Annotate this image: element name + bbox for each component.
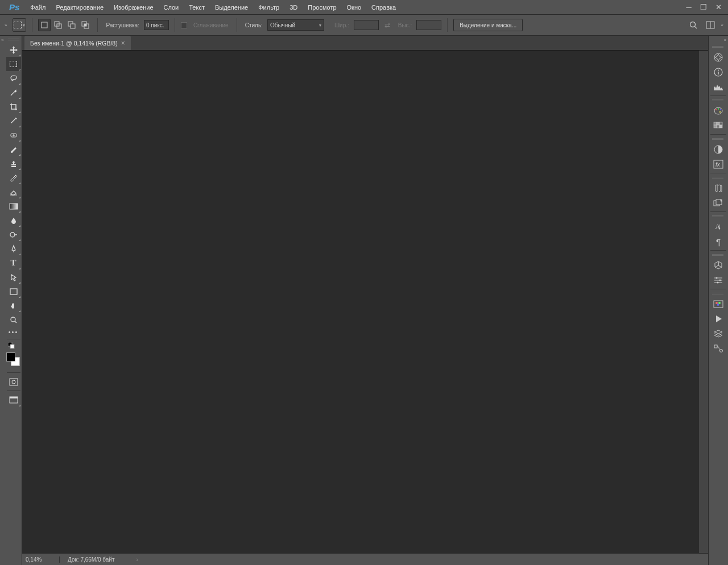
menu-select[interactable]: Выделение xyxy=(210,1,253,14)
close-tab-icon[interactable]: × xyxy=(121,39,125,47)
vertical-scrollbar[interactable] xyxy=(699,51,708,553)
menu-type[interactable]: Текст xyxy=(184,1,210,14)
marquee-tool[interactable] xyxy=(6,57,21,71)
minimize-button[interactable]: ─ xyxy=(682,2,695,13)
svg-point-59 xyxy=(720,350,723,352)
menu-bar: Ps Файл Редактирование Изображение Слои … xyxy=(0,0,728,15)
svg-rect-23 xyxy=(10,344,14,348)
layers-panel[interactable] xyxy=(710,326,727,341)
selection-mode-group xyxy=(38,19,92,31)
new-selection-button[interactable] xyxy=(38,19,51,31)
menu-file[interactable]: Файл xyxy=(25,1,51,14)
options-expand-icon[interactable]: « xyxy=(721,23,723,28)
color-swatches[interactable] xyxy=(5,351,22,371)
panel-grip[interactable] xyxy=(712,215,725,217)
svg-point-53 xyxy=(717,282,719,284)
layer-comps-panel[interactable] xyxy=(710,196,727,210)
intersect-selection-button[interactable] xyxy=(79,19,92,31)
menu-view[interactable]: Просмотр xyxy=(303,1,341,14)
width-input xyxy=(354,20,379,30)
tools-grip[interactable] xyxy=(5,37,22,41)
3d-panel[interactable] xyxy=(710,258,727,273)
panel-grip[interactable] xyxy=(712,177,725,178)
menu-layer[interactable]: Слои xyxy=(159,1,184,14)
pen-tool[interactable] xyxy=(6,242,21,256)
svg-point-57 xyxy=(717,304,719,306)
history-brush-tool[interactable] xyxy=(6,171,21,185)
tool-preset-picker[interactable]: ▾ xyxy=(13,18,26,32)
expand-arrows-icon[interactable]: » xyxy=(1,38,3,43)
hand-tool[interactable] xyxy=(6,298,21,313)
crop-tool[interactable] xyxy=(6,99,21,114)
svg-point-20 xyxy=(11,317,15,322)
subtract-selection-button[interactable] xyxy=(65,19,78,31)
close-button[interactable]: ✕ xyxy=(712,2,725,13)
feather-input[interactable] xyxy=(144,20,169,30)
swatches-panel[interactable] xyxy=(710,118,727,133)
eraser-tool[interactable] xyxy=(6,185,21,199)
svg-point-36 xyxy=(719,111,721,113)
quick-mask-toggle[interactable] xyxy=(6,375,21,389)
arrange-documents-icon[interactable] xyxy=(704,19,717,31)
character-panel[interactable]: A| xyxy=(710,219,727,234)
styles-panel[interactable]: fx xyxy=(710,157,727,172)
svg-rect-38 xyxy=(717,122,719,125)
divider xyxy=(175,18,175,32)
brush-tool[interactable] xyxy=(6,142,21,156)
healing-brush-tool[interactable] xyxy=(6,128,21,142)
color-panel[interactable] xyxy=(710,103,727,118)
histogram-panel[interactable] xyxy=(710,80,727,94)
info-panel[interactable] xyxy=(710,65,727,80)
menu-window[interactable]: Окно xyxy=(342,1,367,14)
screen-mode-toggle[interactable] xyxy=(6,393,21,407)
zoom-tool[interactable] xyxy=(6,313,21,327)
menu-edit[interactable]: Редактирование xyxy=(51,1,109,14)
document-tab[interactable]: Без имени-1 @ 0,141% (RGB/8) × xyxy=(24,36,131,50)
properties-panel[interactable] xyxy=(710,273,727,288)
paragraph-panel[interactable]: ¶ xyxy=(710,234,727,249)
clone-stamp-tool[interactable] xyxy=(6,156,21,171)
maximize-button[interactable]: ❐ xyxy=(697,2,710,13)
style-select[interactable]: Обычный ▾ xyxy=(267,19,324,31)
add-selection-button[interactable] xyxy=(52,19,64,31)
app-logo: Ps xyxy=(3,2,25,12)
panel-grip[interactable] xyxy=(712,254,725,256)
select-and-mask-button[interactable]: Выделение и маска... xyxy=(453,19,523,31)
navigator-panel[interactable] xyxy=(710,50,727,65)
type-tool[interactable]: T xyxy=(6,256,21,270)
menu-help[interactable]: Справка xyxy=(366,1,401,14)
dodge-tool[interactable] xyxy=(6,227,21,242)
menu-image[interactable]: Изображение xyxy=(109,1,158,14)
actions-panel[interactable] xyxy=(710,311,727,326)
menu-filter[interactable]: Фильтр xyxy=(253,1,284,14)
magic-wand-tool[interactable] xyxy=(6,85,21,99)
foreground-color[interactable] xyxy=(6,352,15,362)
path-select-tool[interactable] xyxy=(6,270,21,284)
panel-grip[interactable] xyxy=(712,293,725,294)
move-tool[interactable] xyxy=(6,43,21,57)
blur-tool[interactable] xyxy=(6,213,21,227)
svg-point-34 xyxy=(718,108,719,110)
paths-panel[interactable] xyxy=(710,341,727,356)
eyedropper-tool[interactable] xyxy=(6,114,21,128)
panel-grip[interactable] xyxy=(712,46,725,48)
rectangle-tool[interactable] xyxy=(6,284,21,298)
libraries-panel[interactable] xyxy=(710,181,727,196)
adjustments-panel[interactable] xyxy=(710,142,727,157)
menu-3d[interactable]: 3D xyxy=(284,1,303,14)
panel-grip[interactable] xyxy=(712,99,725,101)
gradient-tool[interactable] xyxy=(6,199,21,213)
collapse-panels-icon[interactable]: « xyxy=(709,36,728,44)
zoom-level[interactable]: 0,14% xyxy=(22,556,60,563)
status-menu-icon[interactable]: › xyxy=(136,556,139,563)
edit-toolbar-button[interactable]: ••• xyxy=(6,327,21,337)
panel-grip[interactable] xyxy=(712,138,725,140)
lasso-tool[interactable] xyxy=(6,71,21,85)
canvas[interactable] xyxy=(22,51,708,553)
default-colors-button[interactable] xyxy=(6,341,21,350)
height-label: Выс.: xyxy=(398,22,412,28)
channels-panel[interactable] xyxy=(710,297,727,311)
divider xyxy=(97,18,98,32)
search-icon[interactable] xyxy=(687,19,700,31)
options-grip-icon[interactable]: » xyxy=(5,23,7,28)
